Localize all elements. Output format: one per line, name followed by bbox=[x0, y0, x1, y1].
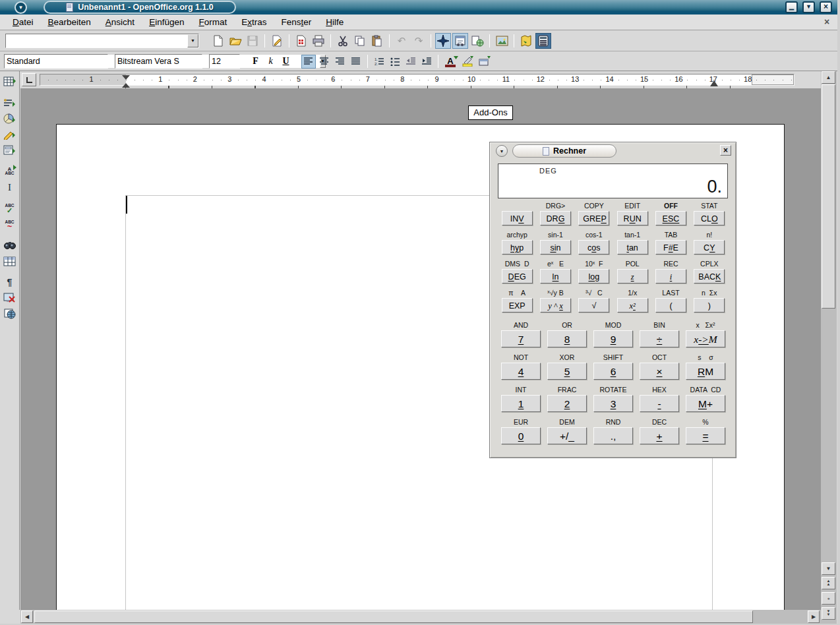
data-sources-button[interactable] bbox=[2, 253, 18, 269]
calc-key-key[interactable]: ) bbox=[694, 298, 725, 312]
numbered-list-button[interactable]: 1.2. bbox=[372, 55, 386, 69]
new-document-button[interactable] bbox=[210, 33, 226, 49]
menu-fenster[interactable]: Fenster bbox=[274, 16, 319, 28]
menu-datei[interactable]: Datei bbox=[5, 16, 41, 28]
paragraph-background-button[interactable] bbox=[477, 55, 493, 69]
undo-button[interactable]: ↶ bbox=[394, 33, 409, 49]
autotext-button[interactable]: AABC bbox=[2, 164, 18, 179]
calc-key-1[interactable]: 1 bbox=[501, 395, 541, 412]
spellcheck-button[interactable]: ABC✓ bbox=[2, 200, 18, 216]
calc-key-2[interactable]: 2 bbox=[547, 395, 587, 412]
cut-button[interactable] bbox=[335, 33, 351, 49]
navigation-button[interactable]: ● bbox=[822, 592, 835, 605]
calc-key-key[interactable]: + bbox=[640, 427, 679, 444]
align-right-button[interactable] bbox=[333, 55, 347, 69]
vertical-scrollbar-thumb[interactable] bbox=[822, 84, 835, 309]
nonprinting-characters-button[interactable]: ¶ bbox=[2, 274, 18, 290]
calc-key-key[interactable]: = bbox=[686, 427, 725, 444]
graphics-onoff-button[interactable] bbox=[2, 290, 18, 306]
calc-key-m[interactable]: M+ bbox=[686, 395, 725, 412]
calc-key-key[interactable]: ( bbox=[655, 298, 686, 312]
calculator-titlebar[interactable]: ▼ Rechner × bbox=[490, 142, 736, 160]
calculator-toggle-button[interactable] bbox=[535, 33, 551, 49]
paragraph-style-input[interactable] bbox=[5, 55, 115, 68]
print-button[interactable] bbox=[311, 33, 326, 49]
underline-button[interactable]: U bbox=[279, 55, 293, 69]
calc-key-back[interactable]: BACK bbox=[694, 269, 725, 283]
close-button[interactable]: × bbox=[820, 1, 832, 13]
calc-key-x[interactable]: x² bbox=[617, 298, 648, 312]
calc-key-key[interactable]: +/_ bbox=[547, 427, 587, 444]
export-pdf-button[interactable] bbox=[293, 33, 309, 49]
insert-object-button[interactable] bbox=[2, 111, 18, 127]
calc-key-0[interactable]: 0 bbox=[501, 427, 541, 444]
imagemap-button[interactable] bbox=[518, 33, 534, 49]
horizontal-scrollbar-thumb[interactable] bbox=[34, 610, 753, 623]
calc-key-key[interactable]: × bbox=[640, 363, 679, 380]
calc-key-key[interactable]: ., bbox=[593, 427, 633, 444]
calc-key-run[interactable]: RUN bbox=[617, 211, 648, 225]
calc-key-sin[interactable]: sin bbox=[540, 240, 571, 254]
url-input[interactable] bbox=[6, 34, 187, 47]
gallery-button[interactable] bbox=[494, 33, 510, 49]
form-functions-button[interactable] bbox=[2, 142, 18, 158]
edit-file-button[interactable] bbox=[269, 33, 285, 49]
insert-table-button[interactable] bbox=[2, 74, 18, 90]
hyperlink-button[interactable] bbox=[469, 33, 485, 49]
calc-key-hyp[interactable]: hyp bbox=[502, 240, 533, 254]
calc-key-esc[interactable]: ESC bbox=[655, 211, 686, 225]
font-size-combobox[interactable]: ▼ bbox=[209, 54, 240, 69]
calc-key-6[interactable]: 6 bbox=[593, 363, 633, 380]
calc-key-cy[interactable]: CY bbox=[694, 240, 725, 254]
calc-key-rm[interactable]: RM bbox=[686, 363, 725, 380]
calc-key-5[interactable]: 5 bbox=[547, 363, 587, 380]
tab-type-selector[interactable] bbox=[22, 73, 36, 86]
calc-key-log[interactable]: log bbox=[578, 269, 609, 283]
indent-marker-right[interactable] bbox=[710, 76, 718, 86]
bold-button[interactable]: F bbox=[249, 55, 262, 69]
calc-key-8[interactable]: 8 bbox=[547, 330, 587, 347]
horizontal-scrollbar[interactable]: ◀ ▶ bbox=[20, 610, 821, 624]
calc-key-y-x[interactable]: y ^ x bbox=[540, 298, 571, 312]
indent-marker-left[interactable] bbox=[122, 75, 130, 84]
open-button[interactable] bbox=[227, 33, 243, 49]
window-title-pill[interactable]: Unbenannt1 - OpenOffice.org 1.1.0 bbox=[44, 1, 236, 14]
maximize-button[interactable]: ▼ bbox=[802, 1, 815, 13]
italic-button[interactable]: k bbox=[264, 55, 278, 69]
menu-ansicht[interactable]: Ansicht bbox=[98, 16, 142, 28]
calc-key-f-e[interactable]: F#E bbox=[655, 240, 686, 254]
menu-format[interactable]: Format bbox=[191, 16, 234, 28]
scroll-right-button[interactable]: ▶ bbox=[808, 610, 820, 623]
calc-key-grep[interactable]: GREP bbox=[578, 211, 609, 225]
calculator-window-menu-button[interactable]: ▼ bbox=[496, 145, 508, 157]
increase-indent-button[interactable] bbox=[419, 55, 434, 69]
close-document-button[interactable]: × bbox=[822, 16, 832, 27]
previous-page-button[interactable]: ▲ ▲ bbox=[822, 577, 835, 589]
minimize-button[interactable]: ▁ bbox=[785, 1, 798, 13]
calc-key-key[interactable]: ÷ bbox=[640, 330, 679, 347]
justify-button[interactable] bbox=[349, 55, 363, 69]
menu-bearbeiten[interactable]: Bearbeiten bbox=[41, 16, 98, 28]
calc-key-clo[interactable]: CLO bbox=[694, 211, 725, 225]
paragraph-style-combobox[interactable]: ▼ bbox=[4, 54, 108, 69]
copy-button[interactable] bbox=[352, 33, 368, 49]
direct-cursor-button[interactable]: I bbox=[2, 179, 18, 195]
calc-key-tan[interactable]: tan bbox=[617, 240, 648, 254]
font-name-combobox[interactable]: ▼ bbox=[115, 54, 202, 69]
calc-key-z[interactable]: z bbox=[617, 269, 648, 283]
calc-key-deg[interactable]: DEG bbox=[502, 269, 533, 283]
find-button[interactable] bbox=[2, 237, 18, 253]
scroll-left-button[interactable]: ◀ bbox=[21, 610, 33, 623]
menu-hilfe[interactable]: Hilfe bbox=[318, 16, 351, 28]
url-dropdown-arrow[interactable]: ▼ bbox=[187, 34, 198, 47]
vertical-scrollbar[interactable]: ▲ ▼ ▲ ▲ ● ▼ ▼ bbox=[821, 71, 837, 625]
calc-key-inv[interactable]: INV bbox=[502, 211, 533, 225]
save-button[interactable] bbox=[245, 33, 260, 49]
calc-key-key[interactable]: √ bbox=[578, 298, 609, 312]
calc-key-drg[interactable]: DRG bbox=[540, 211, 571, 225]
calc-key-exp[interactable]: EXP bbox=[502, 298, 533, 312]
stylist-button[interactable] bbox=[452, 33, 468, 49]
decrease-indent-button[interactable] bbox=[404, 55, 418, 69]
align-center-button[interactable] bbox=[317, 55, 332, 69]
calc-key-4[interactable]: 4 bbox=[501, 363, 541, 380]
